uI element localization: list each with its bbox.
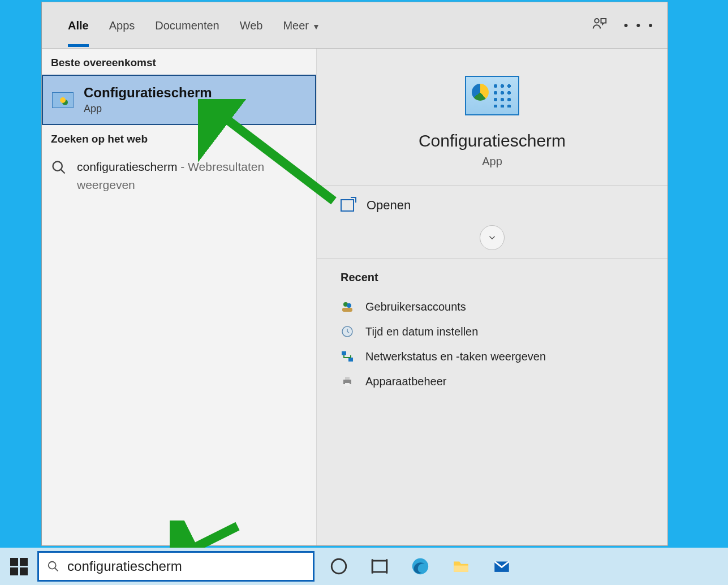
tab-apps[interactable]: Apps (99, 2, 145, 49)
tab-more[interactable]: Meer▼ (273, 2, 330, 49)
recent-heading: Recent (341, 271, 644, 284)
search-icon (47, 560, 59, 573)
windows-logo-icon (10, 558, 28, 575)
svg-rect-8 (348, 358, 353, 362)
file-explorer-icon[interactable] (451, 557, 471, 576)
svg-line-2 (61, 170, 65, 174)
cortana-icon[interactable] (329, 557, 348, 576)
mail-icon[interactable] (492, 557, 511, 576)
recent-item-device-manager[interactable]: Apparaatbeheer (341, 369, 644, 394)
control-panel-icon (52, 92, 74, 108)
search-tabs: Alle Apps Documenten Web Meer▼ • • • (42, 2, 667, 49)
divider (317, 258, 667, 259)
search-icon (51, 160, 67, 175)
control-panel-large-icon (465, 76, 519, 115)
preview-subtitle: App (317, 155, 667, 168)
tab-all[interactable]: Alle (58, 2, 99, 49)
open-action[interactable]: Openen (317, 186, 667, 225)
recent-item-user-accounts[interactable]: Gebruikersaccounts (341, 294, 644, 319)
taskbar (0, 548, 728, 585)
preview-title: Configuratiescherm (317, 131, 667, 150)
taskbar-search[interactable] (37, 551, 315, 582)
svg-point-16 (331, 559, 346, 574)
svg-point-4 (347, 303, 351, 308)
svg-rect-7 (342, 351, 346, 355)
result-title: Configuratiescherm (84, 85, 212, 101)
network-icon (341, 350, 354, 363)
tab-web[interactable]: Web (230, 2, 273, 49)
recent-label: Gebruikersaccounts (365, 300, 466, 313)
edge-icon[interactable] (411, 557, 430, 576)
recent-item-date-time[interactable]: Tijd en datum instellen (341, 319, 644, 344)
tab-documents[interactable]: Documenten (145, 2, 229, 49)
start-button[interactable] (0, 548, 37, 585)
recent-label: Netwerkstatus en -taken weergeven (365, 350, 546, 363)
annotation-arrow (198, 99, 345, 212)
clock-icon (341, 325, 354, 338)
svg-point-14 (49, 562, 56, 569)
best-match-label: Beste overeenkomst (42, 49, 316, 75)
recent-label: Apparaatbeheer (365, 375, 446, 388)
svg-line-12 (215, 110, 334, 201)
svg-rect-21 (454, 566, 468, 572)
preview-column: Configuratiescherm App Openen Recent Geb… (317, 49, 667, 545)
svg-rect-11 (345, 383, 350, 386)
taskbar-search-input[interactable] (67, 558, 305, 574)
printer-icon (341, 375, 354, 388)
svg-point-0 (595, 19, 599, 23)
svg-point-1 (53, 162, 62, 171)
result-subtitle: App (84, 103, 212, 115)
svg-rect-10 (345, 377, 350, 380)
feedback-icon[interactable] (591, 16, 608, 35)
user-accounts-icon (341, 300, 354, 313)
open-label: Openen (367, 198, 411, 213)
recent-label: Tijd en datum instellen (365, 325, 478, 338)
svg-rect-17 (372, 561, 387, 572)
task-view-icon[interactable] (370, 557, 389, 576)
windows-search-panel: Alle Apps Documenten Web Meer▼ • • • Bes… (41, 2, 668, 546)
recent-item-network[interactable]: Netwerkstatus en -taken weergeven (341, 344, 644, 369)
svg-line-15 (55, 568, 58, 571)
options-icon[interactable]: • • • (624, 18, 655, 33)
expand-button[interactable] (480, 225, 505, 250)
svg-rect-5 (342, 308, 352, 312)
